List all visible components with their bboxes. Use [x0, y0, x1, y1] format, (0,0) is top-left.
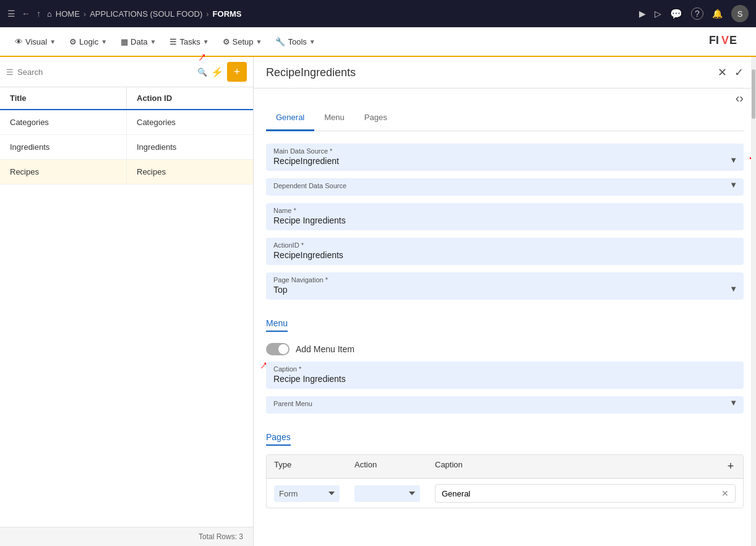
prev-nav-button[interactable]: ‹	[736, 91, 740, 105]
up-icon[interactable]: ↑	[37, 9, 41, 19]
name-value[interactable]: Recipe Ingredients	[273, 215, 736, 225]
pages-section: Pages Type Action Caption + Form	[266, 421, 744, 508]
search-icon[interactable]: 🔍	[197, 67, 207, 77]
table-row[interactable]: Recipes Recipes	[0, 160, 253, 184]
search-input[interactable]	[17, 67, 194, 77]
filter-icon: ☰	[6, 67, 14, 77]
col-type-header: Type	[267, 460, 347, 473]
tasks-icon: ☰	[170, 37, 177, 46]
parent-menu-label: Parent Menu	[273, 400, 736, 407]
check-button[interactable]: ✓	[734, 66, 744, 79]
breadcrumb-forms[interactable]: FORMS	[213, 9, 242, 19]
svg-text:E: E	[729, 34, 737, 46]
toggle-knob	[278, 344, 288, 354]
logic-caret: ▼	[101, 38, 107, 45]
data-menu[interactable]: ▦ Data ▼	[116, 35, 161, 49]
col-action-header: Action ID	[127, 87, 253, 109]
visual-menu[interactable]: 👁 Visual ▼	[10, 35, 61, 49]
table-footer: Total Rows: 3	[0, 527, 253, 546]
row-title: Ingredients	[0, 135, 127, 159]
pages-table: Type Action Caption + Form	[266, 454, 744, 508]
setup-menu[interactable]: ⚙ Setup ▼	[218, 35, 267, 49]
tasks-menu[interactable]: ☰ Tasks ▼	[165, 35, 213, 49]
back-icon[interactable]: ←	[22, 9, 30, 19]
clear-caption-button[interactable]: ✕	[721, 488, 729, 498]
logic-menu[interactable]: ⚙ Logic ▼	[64, 35, 112, 49]
bell-icon[interactable]: 🔔	[712, 9, 723, 19]
tab-menu[interactable]: Menu	[314, 105, 354, 131]
page-nav-dropdown-icon[interactable]: ▼	[729, 284, 737, 293]
setup-caret: ▼	[256, 38, 262, 45]
close-button[interactable]: ✕	[718, 66, 727, 79]
dropdown-icon-dep[interactable]: ▼	[729, 180, 737, 189]
help-icon[interactable]: ?	[691, 7, 703, 20]
tools-menu[interactable]: 🔧 Tools ▼	[270, 35, 320, 49]
caption-cell: ✕	[427, 484, 743, 503]
caption-value[interactable]: Recipe Ingredients	[273, 374, 736, 384]
action-id-value[interactable]: RecipeIngredients	[273, 250, 736, 260]
data-icon: ▦	[121, 37, 128, 46]
toggle-label: Add Menu Item	[296, 344, 354, 354]
col-caption-header: Caption	[427, 460, 718, 473]
tools-caret: ▼	[309, 38, 316, 45]
type-select[interactable]: Form	[274, 485, 340, 502]
menu-icon[interactable]: ☰	[7, 9, 15, 19]
parent-menu-dropdown-icon[interactable]: ▼	[729, 398, 737, 407]
breadcrumb-sep1: ›	[84, 9, 86, 19]
avatar[interactable]: S	[731, 5, 749, 22]
breadcrumb-home[interactable]: HOME	[56, 9, 80, 19]
col-title-header: Title	[0, 87, 127, 109]
visual-caret: ▼	[49, 38, 56, 45]
right-panel: RecipeIngredients ✕ ✓ ‹ › General Menu P…	[254, 57, 756, 546]
dependent-data-source-group: Dependent Data Source ▼	[266, 178, 744, 196]
right-scrollbar[interactable]	[751, 57, 756, 546]
action-select[interactable]	[354, 485, 420, 502]
add-menu-toggle[interactable]	[266, 343, 290, 355]
table-row[interactable]: Categories Categories	[0, 110, 253, 135]
five-logo: FI V E	[709, 33, 746, 51]
caption-label: Caption *	[273, 365, 736, 373]
data-caret: ▼	[150, 38, 157, 45]
caption-input-container: ✕	[435, 484, 736, 503]
toolbar: 👁 Visual ▼ ⚙ Logic ▼ ▦ Data ▼ ☰ Tasks ▼ …	[0, 27, 756, 57]
caption-input[interactable]	[442, 489, 721, 498]
panel-content: ‹ › General Menu Pages Main Data Source …	[254, 89, 756, 546]
col-action-header: Action	[347, 460, 427, 473]
breadcrumb: ⌂ HOME › APPLICATIONS (SOUL FOOD) › FORM…	[47, 9, 242, 19]
name-group: Name * Recipe Ingredients	[266, 203, 744, 230]
panel-header: RecipeIngredients ✕ ✓	[254, 57, 756, 89]
tab-general[interactable]: General	[266, 105, 314, 131]
parent-menu-field: Parent Menu ▼	[266, 396, 744, 414]
chat-icon[interactable]: 💬	[670, 8, 682, 20]
row-title: Categories	[0, 110, 127, 134]
media-icon[interactable]: ▷	[655, 9, 661, 19]
add-button[interactable]: +	[227, 62, 247, 82]
bolt-button[interactable]: ⚡	[211, 66, 223, 78]
page-nav-group: Page Navigation * Top ▼	[266, 272, 744, 300]
toggle-row: ↑ Add Menu Item	[266, 343, 744, 355]
tab-pages[interactable]: Pages	[354, 105, 397, 131]
name-label: Name *	[273, 207, 736, 214]
dropdown-icon[interactable]: ▼	[729, 155, 737, 165]
menu-section-label: Menu	[266, 318, 288, 332]
svg-text:V: V	[721, 34, 729, 46]
play-icon[interactable]: ▶	[639, 9, 646, 19]
svg-text:FI: FI	[709, 34, 719, 46]
action-cell	[347, 485, 427, 502]
main-layout: ☰ 🔍 ⚡ ↑ + Title Action ID Categories Cat…	[0, 57, 756, 546]
top-nav-right: ▶ ▷ 💬 ? 🔔 S	[639, 5, 749, 22]
breadcrumb-sep2: ›	[206, 9, 208, 19]
eye-icon: 👁	[15, 37, 23, 46]
logic-icon: ⚙	[69, 37, 77, 46]
action-id-field: ActionID * RecipeIngredients	[266, 238, 744, 265]
table-row[interactable]: Ingredients Ingredients	[0, 135, 253, 160]
next-nav-button[interactable]: ›	[739, 91, 744, 105]
tools-icon: 🔧	[275, 37, 285, 46]
action-id-group: ActionID * RecipeIngredients	[266, 238, 744, 265]
home-icon[interactable]: ⌂	[47, 9, 52, 19]
breadcrumb-app[interactable]: APPLICATIONS (SOUL FOOD)	[90, 9, 202, 19]
search-bar: ☰ 🔍 ⚡ ↑ +	[0, 57, 253, 87]
pages-add-button[interactable]: +	[728, 460, 734, 473]
top-nav: ☰ ← ↑ ⌂ HOME › APPLICATIONS (SOUL FOOD) …	[0, 0, 756, 27]
pages-row: Form ✕	[267, 479, 743, 508]
